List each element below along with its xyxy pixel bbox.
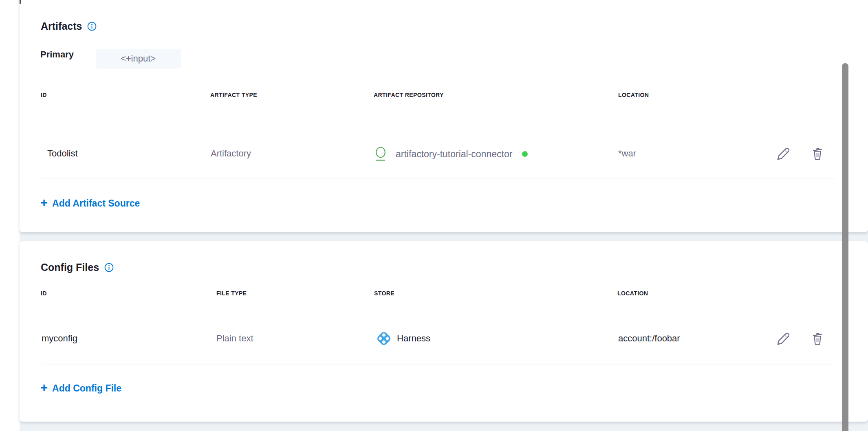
config-store-name: Harness <box>397 333 430 344</box>
column-header-store: STORE <box>374 290 394 297</box>
column-header-file-type: FILE TYPE <box>216 290 247 297</box>
config-location-cell: account:/foobar <box>618 332 680 345</box>
harness-store-icon <box>375 330 393 347</box>
add-config-file-label: Add Config File <box>52 382 121 394</box>
config-files-title: Config Files <box>41 261 99 274</box>
service-definition-screen: Artifacts Primary <+input> ID ARTIFACT T… <box>0 0 868 431</box>
config-file-type-cell: Plain text <box>216 332 253 345</box>
column-header-id: ID <box>41 290 47 297</box>
column-header-location: LOCATION <box>617 290 648 297</box>
config-id-cell: myconfig <box>42 332 77 345</box>
table-divider <box>41 307 835 307</box>
trash-icon <box>810 331 825 346</box>
table-divider <box>41 365 835 365</box>
config-files-header: Config Files <box>41 261 114 274</box>
edit-config-file-button[interactable] <box>775 330 791 347</box>
config-store-cell: Harness <box>375 330 430 347</box>
plus-icon: + <box>40 382 48 394</box>
config-files-section: Config Files ID FILE TYPE STORE LOCATION… <box>0 0 868 431</box>
info-icon[interactable] <box>104 263 114 272</box>
add-config-file-button[interactable]: + Add Config File <box>40 382 121 394</box>
delete-config-file-button[interactable] <box>809 330 826 347</box>
vertical-scrollbar-thumb[interactable] <box>842 63 848 431</box>
edit-pencil-icon <box>775 331 791 346</box>
info-icon <box>104 263 114 272</box>
panel-edge-divider <box>20 0 21 4</box>
